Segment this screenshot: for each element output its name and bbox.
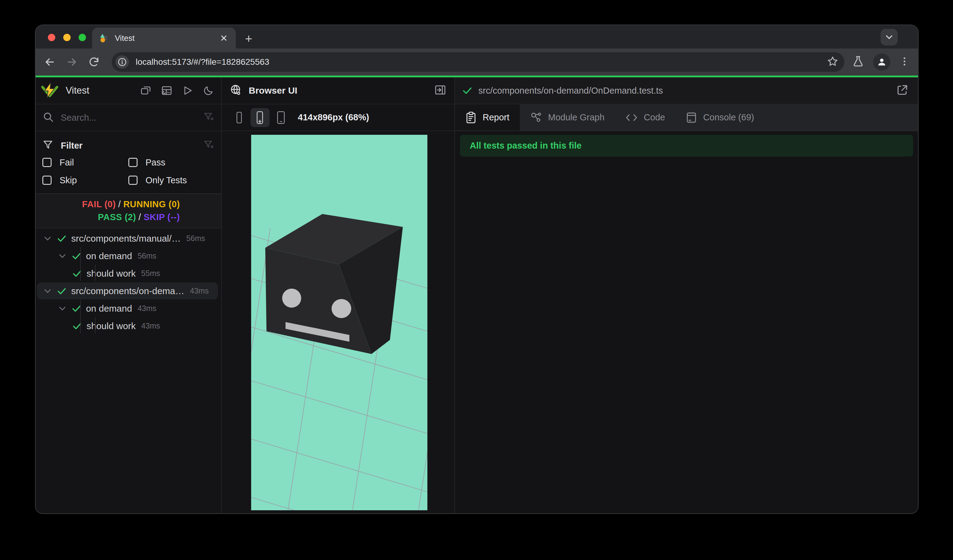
tab-report[interactable]: Report — [455, 104, 520, 130]
tab-module-graph-label: Module Graph — [548, 112, 605, 123]
minimize-window-button[interactable] — [63, 34, 71, 41]
device-small-button[interactable] — [230, 108, 249, 127]
only-tests-checkbox[interactable] — [128, 175, 138, 185]
filter-option-only-tests[interactable]: Only Tests — [128, 175, 214, 185]
browser-window: Vitest ✕ + localhost:5173/# — [35, 25, 919, 514]
forward-button[interactable] — [63, 53, 81, 71]
test-summary: FAIL (0)/RUNNING (0) PASS (2)/SKIP (--) — [36, 194, 221, 228]
fail-count: FAIL (0) — [82, 199, 116, 209]
profile-avatar-button[interactable] — [873, 53, 890, 71]
test-label: should work — [87, 268, 136, 279]
globe-icon — [230, 84, 242, 97]
phone-plus-icon — [254, 111, 266, 124]
code-icon — [626, 112, 638, 123]
browser-toolbar: localhost:5173/#/?file=1828625563 — [36, 48, 918, 76]
toolbar-right-actions — [852, 53, 918, 71]
pass-check-icon — [71, 303, 86, 314]
zoom-window-button[interactable] — [79, 34, 86, 41]
preview-3d-scene — [251, 135, 427, 510]
play-icon — [182, 85, 193, 96]
search-input[interactable] — [61, 113, 203, 123]
tab-code-label: Code — [644, 112, 665, 123]
tab-search-button[interactable] — [880, 29, 898, 45]
report-panel: src/components/on-demand/OnDemand.test.t… — [455, 78, 918, 514]
desktop-background: Vitest ✕ + localhost:5173/# — [0, 0, 953, 560]
filter-option-skip[interactable]: Skip — [42, 175, 128, 185]
new-tab-button[interactable]: + — [241, 31, 257, 47]
skip-label: Skip — [60, 175, 77, 185]
tab-close-icon[interactable]: ✕ — [219, 33, 229, 43]
chevron-down-icon[interactable] — [42, 233, 56, 244]
chevron-down-icon — [884, 32, 894, 42]
report-content: All tests passed in this file — [455, 131, 918, 514]
site-info-button[interactable] — [115, 55, 129, 69]
tab-code[interactable]: Code — [615, 104, 675, 130]
test-file-row[interactable]: src/components/manual/… 56ms — [36, 230, 221, 247]
back-button[interactable] — [40, 53, 59, 71]
device-add-button[interactable] — [250, 108, 270, 127]
test-case-row[interactable]: should work 43ms — [36, 317, 221, 335]
vitest-logo-icon — [41, 82, 58, 99]
test-label: src/components/on-dema… — [71, 286, 185, 296]
dashboard-button[interactable] — [160, 84, 173, 97]
sidebar-header: Vitest — [36, 78, 221, 104]
chevron-down-icon[interactable] — [57, 251, 71, 261]
pass-check-icon — [56, 233, 71, 244]
test-file-row-selected[interactable]: src/components/on-dema… 43ms — [36, 282, 221, 299]
person-icon — [877, 57, 887, 67]
three-dot-menu-icon — [899, 56, 910, 67]
back-arrow-icon — [43, 56, 56, 68]
dark-mode-toggle[interactable] — [202, 84, 215, 97]
browser-menu-button[interactable] — [899, 56, 910, 68]
moon-icon — [203, 85, 214, 96]
tab-module-graph[interactable]: Module Graph — [520, 104, 615, 130]
filter-option-fail[interactable]: Fail — [42, 158, 128, 168]
report-tabs: Report Module Graph Code — [455, 104, 918, 131]
fail-checkbox[interactable] — [42, 158, 51, 167]
fail-label: Fail — [60, 158, 74, 168]
test-suite-row[interactable]: on demand 43ms — [36, 299, 221, 317]
skip-checkbox[interactable] — [42, 175, 51, 185]
test-suite-row[interactable]: on demand 56ms — [36, 247, 221, 265]
filter-section: Filter Fail Pass — [36, 132, 221, 194]
close-window-button[interactable] — [48, 34, 55, 41]
test-label: src/components/manual/… — [71, 233, 181, 244]
module-graph-icon — [530, 112, 542, 123]
test-duration: 43ms — [190, 287, 209, 295]
browser-ui-title: Browser UI — [249, 85, 434, 96]
clear-search-filter-icon[interactable] — [203, 112, 214, 124]
experiments-flask-icon[interactable] — [852, 55, 865, 69]
indent-guide — [80, 299, 81, 334]
filter-option-pass[interactable]: Pass — [128, 158, 214, 168]
windows-restore-icon — [140, 85, 152, 96]
pass-checkbox[interactable] — [128, 158, 138, 167]
bookmark-star-icon[interactable] — [827, 55, 839, 69]
pass-check-icon — [462, 85, 473, 96]
test-duration: 56ms — [138, 251, 156, 261]
device-large-button[interactable] — [272, 108, 290, 127]
chevron-down-icon[interactable] — [57, 303, 71, 314]
browser-tab-vitest[interactable]: Vitest ✕ — [92, 28, 236, 48]
console-icon — [686, 112, 697, 123]
url-text[interactable]: localhost:5173/#/?file=1828625563 — [136, 57, 827, 67]
summary-row-1: FAIL (0)/RUNNING (0) — [36, 198, 180, 211]
browser-ui-header: Browser UI — [222, 78, 455, 104]
clear-filters-icon[interactable] — [203, 140, 214, 152]
skip-count: SKIP (--) — [144, 212, 180, 222]
open-external-button[interactable] — [896, 84, 909, 98]
running-count: RUNNING (0) — [123, 199, 180, 209]
pass-check-icon — [71, 251, 86, 261]
run-all-button[interactable] — [181, 84, 194, 97]
sidebar-actions — [140, 84, 215, 97]
reload-button[interactable] — [85, 53, 103, 71]
phone-small-icon — [234, 112, 244, 124]
collapse-panels-button[interactable] — [140, 84, 152, 97]
test-preview-viewport[interactable] — [251, 135, 427, 510]
test-case-row[interactable]: should work 55ms — [36, 265, 221, 282]
tab-console[interactable]: Console (69) — [675, 104, 765, 130]
chevron-down-icon[interactable] — [42, 286, 56, 296]
filter-row-1: Fail Pass — [42, 154, 214, 171]
filter-title: Filter — [61, 141, 203, 151]
panel-expand-button[interactable] — [434, 84, 446, 97]
address-bar[interactable]: localhost:5173/#/?file=1828625563 — [112, 52, 844, 72]
